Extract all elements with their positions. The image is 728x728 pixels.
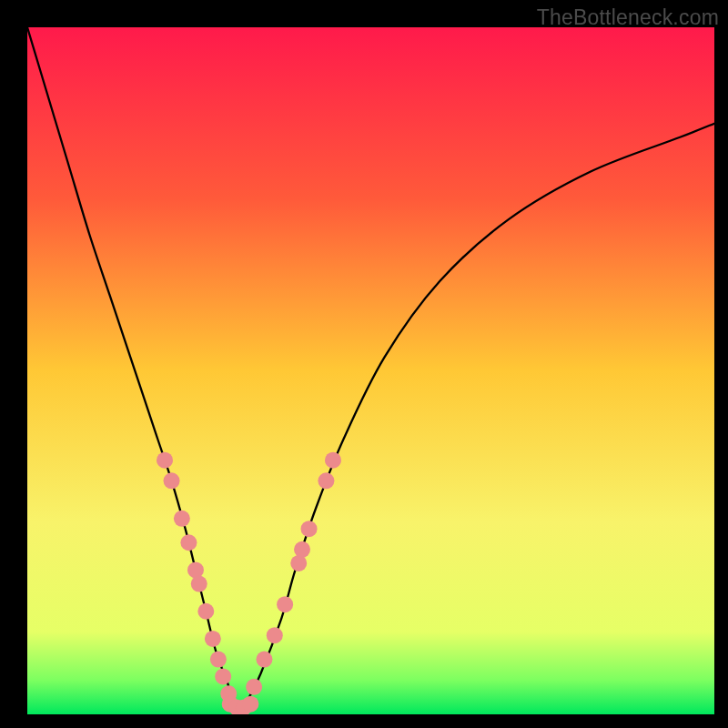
- curve-marker: [246, 679, 262, 695]
- gradient-background: [27, 27, 714, 714]
- curve-marker: [180, 534, 197, 551]
- curve-marker: [290, 555, 307, 571]
- curve-marker: [294, 541, 310, 558]
- curve-marker: [242, 696, 258, 713]
- curve-marker: [174, 511, 190, 527]
- curve-marker: [197, 603, 214, 620]
- curve-marker: [187, 561, 204, 578]
- curve-marker: [191, 576, 207, 592]
- chart-frame: TheBottleneck.com: [0, 0, 728, 728]
- curve-marker: [157, 452, 173, 469]
- curve-marker: [256, 652, 272, 668]
- curve-marker: [318, 472, 334, 489]
- curve-marker: [277, 596, 293, 612]
- curve-marker: [325, 452, 341, 469]
- plot-area: [27, 27, 714, 714]
- curve-marker: [164, 472, 180, 489]
- chart-svg: [27, 27, 714, 714]
- curve-marker: [210, 652, 227, 668]
- curve-marker: [215, 668, 231, 684]
- watermark-text: TheBottleneck.com: [537, 5, 719, 30]
- curve-marker: [267, 627, 283, 643]
- curve-marker: [205, 631, 221, 647]
- curve-marker: [301, 521, 318, 537]
